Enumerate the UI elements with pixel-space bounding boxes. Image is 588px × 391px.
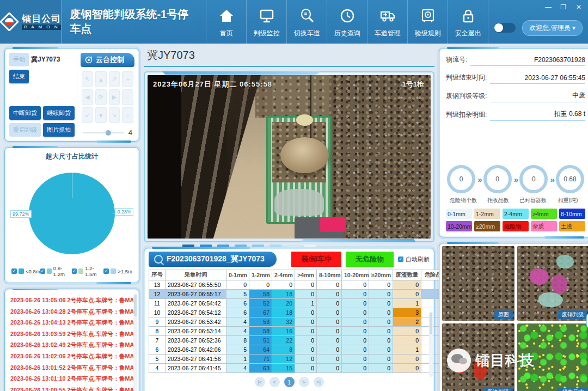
legend-label: <0.8m	[26, 268, 40, 274]
close-button[interactable]: ✕	[575, 3, 583, 11]
page-button[interactable]: <	[270, 377, 280, 387]
nav-item-lane-switch-magnifier[interactable]: 切换车道	[286, 0, 327, 44]
alert-message-item[interactable]: 2023-06-26 13:04:13 2号停车点,车牌号：鲁MAZ317,18	[10, 317, 137, 328]
page-button[interactable]: >|	[314, 377, 324, 387]
ptz-button-3[interactable]: ＋	[122, 71, 133, 87]
ptz-button-5[interactable]: ⟳	[95, 89, 107, 105]
slider-handle[interactable]	[106, 130, 111, 136]
building-wall-dark	[148, 75, 181, 239]
chevron-right-icon: »	[477, 175, 481, 184]
nav-item-history-clock[interactable]: 历史查询	[327, 0, 367, 44]
cell-value: 0	[295, 336, 317, 345]
ptz-button-8[interactable]: ↙	[82, 107, 93, 123]
company-name-en: R A M O N	[22, 25, 61, 30]
table-row[interactable]: 62023-06-27 06:42:065648000010	[149, 345, 445, 355]
cell-time: 2023-06-27 06:41:56	[166, 355, 226, 364]
cell-value: 0	[317, 308, 342, 317]
thumbnail-original[interactable]: 原图	[442, 246, 514, 321]
ptz-button-4[interactable]: ◀	[82, 89, 93, 105]
category-chip: 危险物	[503, 221, 529, 231]
category-chip: 2-4mm	[503, 209, 529, 219]
ptz-button-9[interactable]: ▼	[95, 107, 107, 123]
nav-item-home[interactable]: 首页	[206, 0, 246, 44]
table-row[interactable]: 132023-06-27 06:55:50000000000	[149, 280, 445, 290]
minimize-button[interactable]: —	[544, 3, 552, 11]
ptz-button-2[interactable]: ↗	[109, 71, 120, 87]
auto-refresh-checkbox[interactable]: ✓	[398, 256, 403, 262]
page-button[interactable]: |<	[255, 377, 265, 387]
ptz-button-11[interactable]: ⌕	[122, 107, 133, 123]
table-row[interactable]: 42023-06-27 06:41:4546315000000	[149, 364, 445, 373]
alert-message-item[interactable]: 2023-06-26 13:01:10 2号停车点,车牌号：鲁MAZ317,18	[10, 373, 137, 384]
ptz-button-7[interactable]: －	[122, 89, 133, 105]
auto-refresh-label: 自动刷新	[406, 255, 430, 264]
grading-table: 序号采集时间0-1mm1-2mm2-4mm>4mm8-10mm10-20mm≥2…	[149, 270, 445, 373]
ptz-button-6[interactable]: ▶	[109, 89, 120, 105]
cell-value: 0	[295, 345, 317, 355]
auto-refresh-control: ✓ 自动刷新	[398, 255, 430, 264]
cell-value: 67	[249, 308, 272, 317]
table-row[interactable]: 52023-06-27 06:41:5617112000000	[149, 355, 445, 364]
table-row[interactable]: 72023-06-27 06:52:3685122000000	[149, 336, 445, 345]
snapshot-button[interactable]: 图片抓拍	[43, 123, 75, 137]
page-button[interactable]: >	[299, 377, 309, 387]
table-row[interactable]: 122023-06-27 06:55:1755818000000	[149, 290, 445, 299]
nav-item-monitor[interactable]: 判级监控	[246, 0, 286, 44]
nav-item-lane-truck[interactable]: 车道管理	[367, 0, 407, 44]
alert-message-item[interactable]: 2023-06-26 13:02:06 2号停车点,车牌号：鲁MAZ317,18	[10, 351, 137, 362]
nav-item-logout-lock[interactable]: 安全退出	[448, 0, 488, 44]
alert-message-item[interactable]: 2023-06-26 13:05:06 2号停车点,车牌号：鲁MAZ317,18	[10, 295, 137, 306]
continue-unload-button[interactable]: 继续卸货	[43, 106, 75, 120]
end-button[interactable]: 结束	[9, 70, 29, 83]
pie-chart-title: 超大尺寸占比统计	[10, 152, 133, 161]
ptz-speed-value: 4	[128, 129, 132, 137]
table-row[interactable]: 92023-06-27 06:53:4245332000020	[149, 317, 445, 327]
manual-mode-button[interactable]: 手动	[9, 53, 29, 66]
welcome-user-button[interactable]: 欢迎您,管理员 ▾	[522, 20, 583, 36]
live-video-feed[interactable]: 2023年06月27日 星期二 06:55:58 1号1枪	[148, 75, 431, 239]
nav-item-rules-safe[interactable]: 验级规则	[407, 0, 448, 44]
oversize-pie-chart	[29, 173, 115, 254]
magnifier-icon	[154, 255, 163, 264]
alert-message-item[interactable]: 2023-06-26 13:03:59 2号停车点,车牌号：鲁MAZ317,18	[10, 328, 137, 340]
legend-swatch	[47, 268, 52, 274]
legend-checkbox[interactable]: ✓	[103, 268, 109, 274]
cell-time: 2023-06-27 06:54:42	[166, 299, 226, 308]
current-plate-label: 冀JY7073	[31, 55, 60, 64]
cell-value: 32	[272, 317, 295, 327]
table-row[interactable]: 112023-06-27 06:54:4265220100010	[149, 299, 445, 308]
cell-value: 8	[226, 336, 249, 345]
cell-index: 7	[149, 336, 166, 345]
ptz-button-10[interactable]: ↘	[109, 107, 120, 123]
analysis-thumbnails-panel: 原图废钢判级废渣判级超大尺寸 镭目科技 ‹	[439, 243, 588, 391]
ptz-button-0[interactable]: ↖	[82, 71, 93, 87]
legend-checkbox[interactable]: ✓	[40, 268, 45, 274]
legend-checkbox[interactable]: ✓	[11, 268, 17, 274]
maximize-button[interactable]: ❐	[560, 3, 567, 11]
theme-toggle[interactable]	[494, 23, 516, 33]
ptz-speed-slider[interactable]	[83, 132, 124, 133]
ptz-target-icon	[85, 56, 93, 64]
cell-value: 0	[393, 364, 421, 373]
legend-checkbox[interactable]: ✓	[72, 268, 77, 274]
interrupt-unload-button[interactable]: 中断卸货	[9, 106, 41, 120]
stat-circles: 0»0»0»0.68	[446, 165, 585, 193]
table-row[interactable]: 102023-06-27 06:54:1266718000030	[149, 308, 445, 317]
table-scrollbar[interactable]	[429, 311, 433, 377]
cell-value: 0	[369, 290, 393, 299]
thumbnail-residue-grading[interactable]: 废渣判级	[442, 323, 514, 391]
page-current[interactable]: 1	[284, 377, 295, 387]
current-vehicle-title: 冀JY7073	[144, 48, 434, 67]
alert-message-item[interactable]: 2023-06-26 13:02:49 2号停车点,车牌号：鲁MAZ317,18	[10, 339, 137, 351]
cell-value: 0	[369, 280, 393, 290]
cell-value: 0	[342, 290, 369, 299]
table-row[interactable]: 82023-06-27 06:53:1445816000000	[149, 327, 445, 336]
alert-message-item[interactable]: 2023-06-26 13:04:28 2号停车点,车牌号：鲁MAZ317,18	[10, 306, 137, 317]
thumbnail-oversize[interactable]: 超大尺寸	[517, 323, 588, 391]
alert-message-item[interactable]: 2023-06-26 13:01:52 2号停车点,车牌号：鲁MAZ317,18	[10, 362, 137, 374]
ptz-button-1[interactable]: ▲	[95, 71, 107, 87]
message-scrollbar[interactable]	[133, 294, 137, 391]
restart-grading-button[interactable]: 重启判级	[9, 123, 41, 137]
thumbnail-steel-grading[interactable]: 废钢判级	[517, 246, 588, 321]
alert-message-item[interactable]: 2023-06-26 13:00:55 2号停车点,车牌号：鲁MAZ317,18	[10, 384, 137, 391]
